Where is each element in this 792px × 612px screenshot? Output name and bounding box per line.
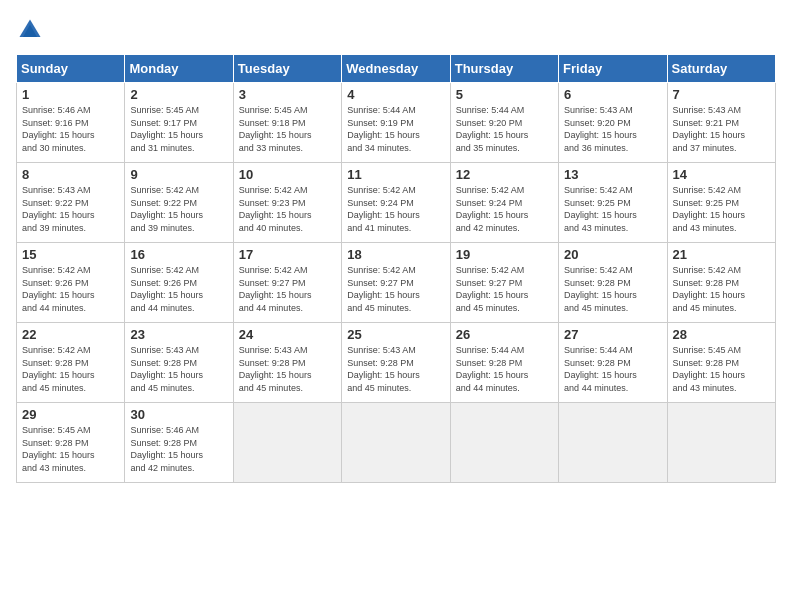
- day-info: Sunrise: 5:45 AM Sunset: 9:28 PM Dayligh…: [673, 344, 770, 394]
- day-number: 17: [239, 247, 336, 262]
- day-header-wednesday: Wednesday: [342, 55, 450, 83]
- calendar-cell: 9Sunrise: 5:42 AM Sunset: 9:22 PM Daylig…: [125, 163, 233, 243]
- calendar-cell: 1Sunrise: 5:46 AM Sunset: 9:16 PM Daylig…: [17, 83, 125, 163]
- day-info: Sunrise: 5:42 AM Sunset: 9:24 PM Dayligh…: [347, 184, 444, 234]
- calendar-cell: 7Sunrise: 5:43 AM Sunset: 9:21 PM Daylig…: [667, 83, 775, 163]
- day-info: Sunrise: 5:42 AM Sunset: 9:26 PM Dayligh…: [130, 264, 227, 314]
- day-number: 16: [130, 247, 227, 262]
- day-number: 30: [130, 407, 227, 422]
- day-number: 11: [347, 167, 444, 182]
- day-header-friday: Friday: [559, 55, 667, 83]
- logo: [16, 16, 48, 44]
- day-number: 13: [564, 167, 661, 182]
- calendar: SundayMondayTuesdayWednesdayThursdayFrid…: [16, 54, 776, 483]
- calendar-week-2: 8Sunrise: 5:43 AM Sunset: 9:22 PM Daylig…: [17, 163, 776, 243]
- day-header-monday: Monday: [125, 55, 233, 83]
- calendar-cell: 3Sunrise: 5:45 AM Sunset: 9:18 PM Daylig…: [233, 83, 341, 163]
- calendar-cell: 10Sunrise: 5:42 AM Sunset: 9:23 PM Dayli…: [233, 163, 341, 243]
- day-number: 6: [564, 87, 661, 102]
- calendar-cell: 29Sunrise: 5:45 AM Sunset: 9:28 PM Dayli…: [17, 403, 125, 483]
- calendar-week-1: 1Sunrise: 5:46 AM Sunset: 9:16 PM Daylig…: [17, 83, 776, 163]
- day-info: Sunrise: 5:43 AM Sunset: 9:21 PM Dayligh…: [673, 104, 770, 154]
- day-number: 3: [239, 87, 336, 102]
- day-info: Sunrise: 5:46 AM Sunset: 9:16 PM Dayligh…: [22, 104, 119, 154]
- day-info: Sunrise: 5:42 AM Sunset: 9:28 PM Dayligh…: [564, 264, 661, 314]
- calendar-week-4: 22Sunrise: 5:42 AM Sunset: 9:28 PM Dayli…: [17, 323, 776, 403]
- day-info: Sunrise: 5:44 AM Sunset: 9:20 PM Dayligh…: [456, 104, 553, 154]
- day-number: 4: [347, 87, 444, 102]
- calendar-cell: 25Sunrise: 5:43 AM Sunset: 9:28 PM Dayli…: [342, 323, 450, 403]
- day-number: 7: [673, 87, 770, 102]
- day-number: 18: [347, 247, 444, 262]
- day-info: Sunrise: 5:42 AM Sunset: 9:27 PM Dayligh…: [347, 264, 444, 314]
- calendar-cell: 24Sunrise: 5:43 AM Sunset: 9:28 PM Dayli…: [233, 323, 341, 403]
- day-number: 9: [130, 167, 227, 182]
- day-info: Sunrise: 5:45 AM Sunset: 9:18 PM Dayligh…: [239, 104, 336, 154]
- day-number: 19: [456, 247, 553, 262]
- day-info: Sunrise: 5:44 AM Sunset: 9:28 PM Dayligh…: [564, 344, 661, 394]
- calendar-cell: 14Sunrise: 5:42 AM Sunset: 9:25 PM Dayli…: [667, 163, 775, 243]
- calendar-cell: 15Sunrise: 5:42 AM Sunset: 9:26 PM Dayli…: [17, 243, 125, 323]
- day-number: 8: [22, 167, 119, 182]
- day-number: 29: [22, 407, 119, 422]
- day-info: Sunrise: 5:42 AM Sunset: 9:26 PM Dayligh…: [22, 264, 119, 314]
- day-number: 12: [456, 167, 553, 182]
- calendar-week-3: 15Sunrise: 5:42 AM Sunset: 9:26 PM Dayli…: [17, 243, 776, 323]
- calendar-week-5: 29Sunrise: 5:45 AM Sunset: 9:28 PM Dayli…: [17, 403, 776, 483]
- day-info: Sunrise: 5:44 AM Sunset: 9:19 PM Dayligh…: [347, 104, 444, 154]
- header: [16, 16, 776, 44]
- calendar-header-row: SundayMondayTuesdayWednesdayThursdayFrid…: [17, 55, 776, 83]
- day-info: Sunrise: 5:43 AM Sunset: 9:20 PM Dayligh…: [564, 104, 661, 154]
- day-info: Sunrise: 5:45 AM Sunset: 9:28 PM Dayligh…: [22, 424, 119, 474]
- calendar-cell: 23Sunrise: 5:43 AM Sunset: 9:28 PM Dayli…: [125, 323, 233, 403]
- calendar-cell: [559, 403, 667, 483]
- day-info: Sunrise: 5:42 AM Sunset: 9:24 PM Dayligh…: [456, 184, 553, 234]
- day-number: 27: [564, 327, 661, 342]
- day-number: 5: [456, 87, 553, 102]
- day-number: 1: [22, 87, 119, 102]
- day-info: Sunrise: 5:45 AM Sunset: 9:17 PM Dayligh…: [130, 104, 227, 154]
- day-info: Sunrise: 5:43 AM Sunset: 9:28 PM Dayligh…: [347, 344, 444, 394]
- calendar-cell: 20Sunrise: 5:42 AM Sunset: 9:28 PM Dayli…: [559, 243, 667, 323]
- calendar-cell: 5Sunrise: 5:44 AM Sunset: 9:20 PM Daylig…: [450, 83, 558, 163]
- day-info: Sunrise: 5:42 AM Sunset: 9:23 PM Dayligh…: [239, 184, 336, 234]
- calendar-cell: 17Sunrise: 5:42 AM Sunset: 9:27 PM Dayli…: [233, 243, 341, 323]
- calendar-cell: 27Sunrise: 5:44 AM Sunset: 9:28 PM Dayli…: [559, 323, 667, 403]
- day-number: 2: [130, 87, 227, 102]
- calendar-cell: 28Sunrise: 5:45 AM Sunset: 9:28 PM Dayli…: [667, 323, 775, 403]
- day-info: Sunrise: 5:43 AM Sunset: 9:28 PM Dayligh…: [239, 344, 336, 394]
- day-number: 23: [130, 327, 227, 342]
- calendar-cell: 6Sunrise: 5:43 AM Sunset: 9:20 PM Daylig…: [559, 83, 667, 163]
- day-info: Sunrise: 5:42 AM Sunset: 9:28 PM Dayligh…: [673, 264, 770, 314]
- calendar-cell: 19Sunrise: 5:42 AM Sunset: 9:27 PM Dayli…: [450, 243, 558, 323]
- day-info: Sunrise: 5:43 AM Sunset: 9:22 PM Dayligh…: [22, 184, 119, 234]
- day-header-saturday: Saturday: [667, 55, 775, 83]
- calendar-cell: [450, 403, 558, 483]
- calendar-cell: 26Sunrise: 5:44 AM Sunset: 9:28 PM Dayli…: [450, 323, 558, 403]
- logo-icon: [16, 16, 44, 44]
- day-header-tuesday: Tuesday: [233, 55, 341, 83]
- calendar-cell: 8Sunrise: 5:43 AM Sunset: 9:22 PM Daylig…: [17, 163, 125, 243]
- day-number: 28: [673, 327, 770, 342]
- calendar-cell: 12Sunrise: 5:42 AM Sunset: 9:24 PM Dayli…: [450, 163, 558, 243]
- calendar-cell: [667, 403, 775, 483]
- calendar-cell: 16Sunrise: 5:42 AM Sunset: 9:26 PM Dayli…: [125, 243, 233, 323]
- calendar-cell: 11Sunrise: 5:42 AM Sunset: 9:24 PM Dayli…: [342, 163, 450, 243]
- day-info: Sunrise: 5:42 AM Sunset: 9:28 PM Dayligh…: [22, 344, 119, 394]
- calendar-cell: 13Sunrise: 5:42 AM Sunset: 9:25 PM Dayli…: [559, 163, 667, 243]
- day-number: 22: [22, 327, 119, 342]
- calendar-cell: 30Sunrise: 5:46 AM Sunset: 9:28 PM Dayli…: [125, 403, 233, 483]
- day-number: 20: [564, 247, 661, 262]
- calendar-cell: 22Sunrise: 5:42 AM Sunset: 9:28 PM Dayli…: [17, 323, 125, 403]
- day-info: Sunrise: 5:43 AM Sunset: 9:28 PM Dayligh…: [130, 344, 227, 394]
- day-info: Sunrise: 5:46 AM Sunset: 9:28 PM Dayligh…: [130, 424, 227, 474]
- day-info: Sunrise: 5:44 AM Sunset: 9:28 PM Dayligh…: [456, 344, 553, 394]
- calendar-cell: 2Sunrise: 5:45 AM Sunset: 9:17 PM Daylig…: [125, 83, 233, 163]
- day-number: 21: [673, 247, 770, 262]
- day-number: 25: [347, 327, 444, 342]
- day-info: Sunrise: 5:42 AM Sunset: 9:25 PM Dayligh…: [673, 184, 770, 234]
- day-info: Sunrise: 5:42 AM Sunset: 9:27 PM Dayligh…: [456, 264, 553, 314]
- day-number: 14: [673, 167, 770, 182]
- day-header-sunday: Sunday: [17, 55, 125, 83]
- calendar-cell: [342, 403, 450, 483]
